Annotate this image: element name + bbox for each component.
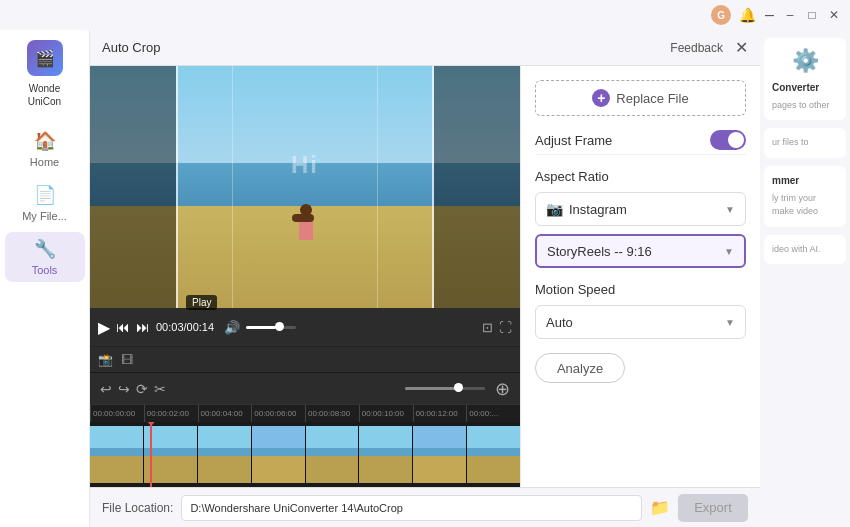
video-frame: Hi (90, 66, 520, 308)
volume-icon[interactable]: 🔊 (224, 320, 240, 335)
sidebar-item-tools-label: Tools (32, 264, 58, 276)
crop-border-right (432, 66, 434, 308)
right-card-trimmer-title: mmer (772, 174, 838, 188)
adjust-frame-label: Adjust Frame (535, 133, 612, 148)
frame-thumb-5 (306, 426, 360, 483)
right-card-ai-text: ideo with AI. (772, 243, 838, 257)
plus-icon: + (592, 89, 610, 107)
fit-screen-icon[interactable]: ⊡ (482, 320, 493, 335)
aspect-ratio-value: Instagram (569, 202, 725, 217)
converter-icon: ⚙️ (772, 46, 838, 77)
export-button[interactable]: Export (678, 494, 748, 522)
panel-close-button[interactable]: ✕ (735, 38, 748, 57)
skip-back-button[interactable]: ⏮ (116, 319, 130, 335)
motion-speed-dropdown[interactable]: Auto ▼ (535, 305, 746, 339)
right-card-converter-title: Converter (772, 81, 838, 95)
right-card-converter-text: pages to other (772, 99, 838, 113)
sidebar-item-files-label: My File... (22, 210, 67, 222)
title-bar: G 🔔 – – □ ✕ (0, 0, 850, 30)
time-marks-container: 00:00:00:00 00:00:02:00 00:00:04:00 00:0… (90, 405, 520, 422)
toggle-thumb (728, 132, 744, 148)
home-icon: 🏠 (34, 130, 56, 152)
right-card-trimmer: mmer ly trim your make video (764, 166, 846, 227)
sidebar: 🎬 Wonde UniCon 🏠 Home 📄 My File... 🔧 Too… (0, 30, 90, 527)
time-mark-1: 00:00:02:00 (144, 405, 198, 422)
adjust-frame-toggle[interactable] (710, 130, 746, 150)
autocrop-panel: Auto Crop Feedback ✕ (90, 30, 760, 487)
capture-clip-icon[interactable]: 🎞 (121, 353, 133, 367)
undo-button[interactable]: ↩ (100, 381, 112, 397)
panel-body: Hi Play ▶ ⏮ ⏭ 00:03/00:14 🔊 (90, 66, 760, 487)
replace-file-label: Replace File (616, 91, 688, 106)
figure (296, 196, 316, 240)
frame-thumb-1 (90, 426, 144, 483)
crop-shadow-right (434, 66, 520, 308)
figure-hair (292, 214, 314, 222)
video-section: Hi Play ▶ ⏮ ⏭ 00:03/00:14 🔊 (90, 66, 520, 487)
time-mark-6: 00:00:12:00 (413, 405, 467, 422)
time-mark-3: 00:00:06:00 (251, 405, 305, 422)
playhead (150, 422, 152, 487)
folder-icon[interactable]: 📁 (650, 498, 670, 517)
sidebar-item-tools[interactable]: 🔧 Tools (5, 232, 85, 282)
time-mark-5: 00:00:10:00 (359, 405, 413, 422)
zoom-track[interactable] (405, 387, 485, 390)
settings-panel: + Replace File Adjust Frame Aspect Ratio… (520, 66, 760, 487)
user-avatar[interactable]: G (711, 5, 731, 25)
file-location-input[interactable] (181, 495, 642, 521)
right-info-panel: ⚙️ Converter pages to other ur files to … (760, 30, 850, 490)
right-card-converter: ⚙️ Converter pages to other (764, 38, 846, 120)
motion-speed-section: Motion Speed Auto ▼ (535, 282, 746, 339)
panel-header: Auto Crop Feedback ✕ (90, 30, 760, 66)
frame-strip (90, 426, 520, 483)
chevron-down-active-icon: ▼ (724, 246, 734, 257)
time-ruler: 00:00:00:00 00:00:02:00 00:00:04:00 00:0… (90, 404, 520, 422)
timeline-tracks (90, 422, 520, 487)
file-location-label: File Location: (102, 501, 173, 515)
zoom-thumb (454, 383, 463, 392)
sidebar-item-my-files[interactable]: 📄 My File... (5, 178, 85, 228)
feedback-link[interactable]: Feedback (670, 41, 723, 55)
skip-forward-button[interactable]: ⏭ (136, 319, 150, 335)
right-card-files: ur files to (764, 128, 846, 158)
time-mark-2: 00:00:04:00 (198, 405, 252, 422)
files-icon: 📄 (34, 184, 56, 206)
sub-ratio-dropdown[interactable]: StoryReels -- 9:16 ▼ (535, 234, 746, 268)
app-logo: 🎬 (27, 40, 63, 76)
scissors-icon[interactable]: ✂ (154, 381, 166, 397)
right-card-ai: ideo with AI. (764, 235, 846, 265)
adjust-frame-row: Adjust Frame (535, 130, 746, 155)
frame-thumb-6 (359, 426, 413, 483)
aspect-ratio-label: Aspect Ratio (535, 169, 746, 184)
refresh-button[interactable]: ⟳ (136, 381, 148, 397)
replace-file-button[interactable]: + Replace File (535, 80, 746, 116)
minimize-button[interactable]: – (782, 7, 798, 23)
instagram-icon: 📷 (546, 201, 563, 217)
chevron-down-icon: ▼ (725, 204, 735, 215)
motion-chevron-icon: ▼ (725, 317, 735, 328)
aspect-ratio-section: Aspect Ratio 📷 Instagram ▼ StoryReels --… (535, 169, 746, 268)
volume-track[interactable] (246, 326, 296, 329)
video-text-overlay: Hi (291, 151, 319, 179)
sidebar-item-home[interactable]: 🏠 Home (5, 124, 85, 174)
analyze-section: Analyze (535, 353, 746, 383)
capture-controls: 📸 🎞 (90, 346, 520, 372)
play-button[interactable]: ▶ (98, 318, 110, 337)
video-container: Hi (90, 66, 520, 308)
motion-speed-value: Auto (546, 315, 725, 330)
close-window-button[interactable]: ✕ (826, 7, 842, 23)
notification-icon[interactable]: 🔔 (737, 5, 757, 25)
maximize-button[interactable]: □ (804, 7, 820, 23)
sub-ratio-value: StoryReels -- 9:16 (547, 244, 724, 259)
time-mark-4: 00:00:08:00 (305, 405, 359, 422)
right-card-files-text: ur files to (772, 136, 838, 150)
right-card-trimmer-text: ly trim your make video (772, 192, 838, 219)
zoom-add-button[interactable]: ⊕ (495, 378, 510, 400)
fullscreen-icon[interactable]: ⛶ (499, 320, 512, 335)
redo-button[interactable]: ↪ (118, 381, 130, 397)
analyze-button[interactable]: Analyze (535, 353, 625, 383)
capture-screenshot-icon[interactable]: 📸 (98, 353, 113, 367)
aspect-ratio-dropdown[interactable]: 📷 Instagram ▼ (535, 192, 746, 226)
volume-fill (246, 326, 276, 329)
play-tooltip: Play (186, 295, 217, 310)
